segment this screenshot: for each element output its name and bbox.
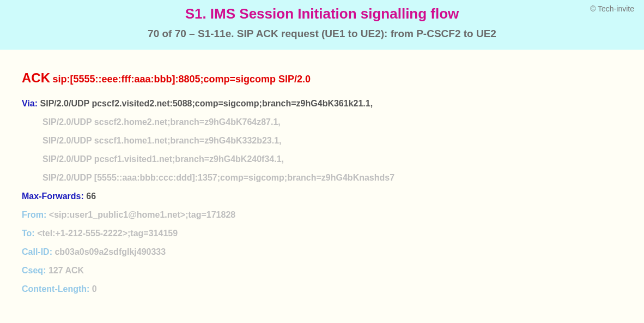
content-length-label: Content-Length: bbox=[22, 284, 89, 294]
to-header: To: <tel:+1-212-555-2222>;tag=314159 bbox=[22, 229, 622, 238]
cseq-value: 127 ACK bbox=[48, 266, 84, 275]
sip-request-line: ACK sip:[5555::eee:fff:aaa:bbb]:8805;com… bbox=[22, 70, 622, 86]
via-line: SIP/2.0/UDP scscf2.home2.net;branch=z9hG… bbox=[42, 117, 622, 127]
via-line: SIP/2.0/UDP [5555::aaa:bbb:ccc:ddd]:1357… bbox=[42, 173, 622, 183]
max-forwards-value: 66 bbox=[86, 192, 96, 201]
call-id-header: Call-ID: cb03a0s09a2sdfglkj490333 bbox=[22, 247, 622, 257]
sip-message-block: ACK sip:[5555::eee:fff:aaa:bbb]:8805;com… bbox=[0, 50, 644, 294]
max-forwards-label: Max-Forwards: bbox=[22, 192, 84, 201]
max-forwards-header: Max-Forwards: 66 bbox=[22, 192, 622, 201]
call-id-value: cb03a0s09a2sdfglkj490333 bbox=[54, 247, 166, 256]
call-id-label: Call-ID: bbox=[22, 247, 52, 256]
via-label: Via: bbox=[22, 99, 38, 108]
cseq-header: Cseq: 127 ACK bbox=[22, 266, 622, 276]
from-header: From: <sip:user1_public1@home1.net>;tag=… bbox=[22, 210, 622, 220]
page-subtitle: 70 of 70 – S1-11e. SIP ACK request (UE1 … bbox=[0, 28, 644, 40]
via-first-value: SIP/2.0/UDP pcscf2.visited2.net:5088;com… bbox=[40, 99, 373, 108]
to-label: To: bbox=[22, 229, 35, 238]
sip-request-uri: sip:[5555::eee:fff:aaa:bbb]:8805;comp=si… bbox=[52, 74, 311, 85]
via-header: Via: SIP/2.0/UDP pcscf2.visited2.net:508… bbox=[22, 99, 622, 109]
from-label: From: bbox=[22, 210, 46, 219]
via-line: SIP/2.0/UDP scscf1.home1.net;branch=z9hG… bbox=[42, 136, 622, 146]
page-header: © Tech-invite S1. IMS Session Initiation… bbox=[0, 0, 644, 50]
content-length-header: Content-Length: 0 bbox=[22, 284, 622, 294]
page-title: S1. IMS Session Initiation signalling fl… bbox=[0, 5, 644, 22]
content-length-value: 0 bbox=[92, 284, 97, 294]
from-value: <sip:user1_public1@home1.net>;tag=171828 bbox=[49, 210, 235, 219]
via-continuation: SIP/2.0/UDP scscf2.home2.net;branch=z9hG… bbox=[22, 117, 622, 183]
via-line: SIP/2.0/UDP pcscf1.visited1.net;branch=z… bbox=[42, 154, 622, 164]
copyright-text: © Tech-invite bbox=[590, 4, 634, 13]
sip-method: ACK bbox=[22, 70, 50, 85]
to-value: <tel:+1-212-555-2222>;tag=314159 bbox=[37, 229, 178, 238]
cseq-label: Cseq: bbox=[22, 266, 46, 275]
